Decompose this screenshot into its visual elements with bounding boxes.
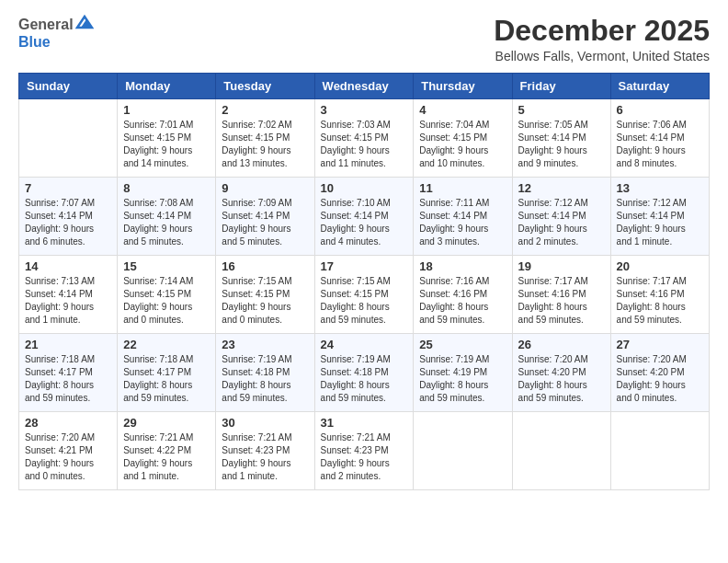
day-number: 11 (419, 181, 506, 195)
day-info: Sunrise: 7:21 AM Sunset: 4:23 PM Dayligh… (222, 431, 308, 483)
day-info: Sunrise: 7:12 AM Sunset: 4:14 PM Dayligh… (617, 197, 703, 248)
day-number: 26 (518, 338, 605, 351)
calendar-cell: 28Sunrise: 7:20 AM Sunset: 4:21 PM Dayli… (19, 412, 118, 490)
weekday-header-monday: Monday (118, 74, 216, 99)
weekday-header-tuesday: Tuesday (216, 74, 314, 99)
day-info: Sunrise: 7:01 AM Sunset: 4:15 PM Dayligh… (123, 119, 210, 170)
calendar-cell (610, 412, 709, 490)
day-number: 10 (321, 181, 408, 195)
calendar-cell: 21Sunrise: 7:18 AM Sunset: 4:17 PM Dayli… (19, 334, 118, 412)
calendar-cell (414, 412, 512, 490)
day-number: 4 (419, 103, 506, 117)
weekday-header-wednesday: Wednesday (314, 74, 414, 99)
day-number: 28 (25, 416, 111, 430)
calendar-week-row: 14Sunrise: 7:13 AM Sunset: 4:14 PM Dayli… (19, 256, 710, 334)
logo-general: General (18, 17, 74, 32)
day-number: 20 (617, 259, 703, 273)
day-number: 30 (222, 416, 308, 430)
day-number: 2 (222, 103, 308, 117)
title-block: December 2025 Bellows Falls, Vermont, Un… (494, 15, 710, 63)
day-info: Sunrise: 7:19 AM Sunset: 4:18 PM Dayligh… (222, 353, 308, 405)
calendar-cell: 12Sunrise: 7:12 AM Sunset: 4:14 PM Dayli… (512, 178, 610, 256)
day-info: Sunrise: 7:03 AM Sunset: 4:15 PM Dayligh… (321, 119, 408, 170)
weekday-header-row: SundayMondayTuesdayWednesdayThursdayFrid… (19, 74, 710, 99)
calendar-table: SundayMondayTuesdayWednesdayThursdayFrid… (18, 73, 710, 490)
day-number: 3 (321, 103, 408, 117)
calendar-cell: 7Sunrise: 7:07 AM Sunset: 4:14 PM Daylig… (19, 178, 118, 256)
calendar-cell: 5Sunrise: 7:05 AM Sunset: 4:14 PM Daylig… (512, 99, 610, 178)
calendar-cell: 14Sunrise: 7:13 AM Sunset: 4:14 PM Dayli… (19, 256, 118, 334)
day-info: Sunrise: 7:17 AM Sunset: 4:16 PM Dayligh… (518, 275, 605, 327)
month-title: December 2025 (494, 15, 710, 47)
day-info: Sunrise: 7:17 AM Sunset: 4:16 PM Dayligh… (617, 275, 703, 327)
logo-icon (75, 15, 94, 29)
calendar-cell: 8Sunrise: 7:08 AM Sunset: 4:14 PM Daylig… (118, 178, 216, 256)
calendar-cell: 16Sunrise: 7:15 AM Sunset: 4:15 PM Dayli… (216, 256, 314, 334)
calendar-cell: 15Sunrise: 7:14 AM Sunset: 4:15 PM Dayli… (118, 256, 216, 334)
day-info: Sunrise: 7:19 AM Sunset: 4:18 PM Dayligh… (321, 353, 408, 405)
calendar-cell: 11Sunrise: 7:11 AM Sunset: 4:14 PM Dayli… (414, 178, 512, 256)
calendar-cell (512, 412, 610, 490)
location: Bellows Falls, Vermont, United States (494, 49, 710, 63)
calendar-cell: 19Sunrise: 7:17 AM Sunset: 4:16 PM Dayli… (512, 256, 610, 334)
calendar-cell: 4Sunrise: 7:04 AM Sunset: 4:15 PM Daylig… (414, 99, 512, 178)
logo-blue: Blue (18, 34, 51, 50)
weekday-header-sunday: Sunday (19, 74, 118, 99)
day-number: 25 (419, 338, 506, 351)
calendar-week-row: 28Sunrise: 7:20 AM Sunset: 4:21 PM Dayli… (19, 412, 710, 490)
day-number: 15 (123, 259, 210, 273)
day-number: 14 (25, 259, 111, 273)
day-info: Sunrise: 7:12 AM Sunset: 4:14 PM Dayligh… (518, 197, 605, 248)
page-header: General Blue December 2025 Bellows Falls… (18, 15, 710, 63)
weekday-header-saturday: Saturday (610, 74, 709, 99)
day-info: Sunrise: 7:14 AM Sunset: 4:15 PM Dayligh… (123, 275, 210, 327)
calendar-cell: 1Sunrise: 7:01 AM Sunset: 4:15 PM Daylig… (118, 99, 216, 178)
day-info: Sunrise: 7:20 AM Sunset: 4:20 PM Dayligh… (617, 353, 703, 405)
day-info: Sunrise: 7:21 AM Sunset: 4:22 PM Dayligh… (123, 431, 210, 483)
day-info: Sunrise: 7:09 AM Sunset: 4:14 PM Dayligh… (222, 197, 308, 248)
day-number: 8 (123, 181, 210, 195)
calendar-cell: 23Sunrise: 7:19 AM Sunset: 4:18 PM Dayli… (216, 334, 314, 412)
calendar-cell: 27Sunrise: 7:20 AM Sunset: 4:20 PM Dayli… (610, 334, 709, 412)
day-info: Sunrise: 7:05 AM Sunset: 4:14 PM Dayligh… (518, 119, 605, 170)
day-info: Sunrise: 7:11 AM Sunset: 4:14 PM Dayligh… (419, 197, 506, 248)
day-number: 31 (321, 416, 408, 430)
day-number: 19 (518, 259, 605, 273)
day-number: 27 (617, 338, 703, 351)
day-number: 24 (321, 338, 408, 351)
day-info: Sunrise: 7:08 AM Sunset: 4:14 PM Dayligh… (123, 197, 210, 248)
day-number: 1 (123, 103, 210, 117)
day-number: 17 (321, 259, 408, 273)
calendar-cell: 9Sunrise: 7:09 AM Sunset: 4:14 PM Daylig… (216, 178, 314, 256)
day-info: Sunrise: 7:04 AM Sunset: 4:15 PM Dayligh… (419, 119, 506, 170)
day-number: 18 (419, 259, 506, 273)
calendar-week-row: 1Sunrise: 7:01 AM Sunset: 4:15 PM Daylig… (19, 99, 710, 178)
calendar-cell: 30Sunrise: 7:21 AM Sunset: 4:23 PM Dayli… (216, 412, 314, 490)
day-info: Sunrise: 7:21 AM Sunset: 4:23 PM Dayligh… (321, 431, 408, 483)
day-info: Sunrise: 7:20 AM Sunset: 4:21 PM Dayligh… (25, 431, 111, 483)
calendar-cell: 31Sunrise: 7:21 AM Sunset: 4:23 PM Dayli… (314, 412, 414, 490)
day-info: Sunrise: 7:19 AM Sunset: 4:19 PM Dayligh… (419, 353, 506, 405)
day-number: 6 (617, 103, 703, 117)
calendar-cell: 25Sunrise: 7:19 AM Sunset: 4:19 PM Dayli… (414, 334, 512, 412)
calendar-cell: 26Sunrise: 7:20 AM Sunset: 4:20 PM Dayli… (512, 334, 610, 412)
day-number: 29 (123, 416, 210, 430)
calendar-week-row: 21Sunrise: 7:18 AM Sunset: 4:17 PM Dayli… (19, 334, 710, 412)
calendar-week-row: 7Sunrise: 7:07 AM Sunset: 4:14 PM Daylig… (19, 178, 710, 256)
day-info: Sunrise: 7:15 AM Sunset: 4:15 PM Dayligh… (222, 275, 308, 327)
day-number: 12 (518, 181, 605, 195)
day-number: 7 (25, 181, 111, 195)
calendar-cell: 3Sunrise: 7:03 AM Sunset: 4:15 PM Daylig… (314, 99, 414, 178)
day-info: Sunrise: 7:02 AM Sunset: 4:15 PM Dayligh… (222, 119, 308, 170)
calendar-cell: 22Sunrise: 7:18 AM Sunset: 4:17 PM Dayli… (118, 334, 216, 412)
calendar-cell: 10Sunrise: 7:10 AM Sunset: 4:14 PM Dayli… (314, 178, 414, 256)
day-number: 9 (222, 181, 308, 195)
calendar-cell: 29Sunrise: 7:21 AM Sunset: 4:22 PM Dayli… (118, 412, 216, 490)
day-number: 16 (222, 259, 308, 273)
weekday-header-friday: Friday (512, 74, 610, 99)
day-number: 13 (617, 181, 703, 195)
day-info: Sunrise: 7:18 AM Sunset: 4:17 PM Dayligh… (123, 353, 210, 405)
day-number: 5 (518, 103, 605, 117)
day-number: 22 (123, 338, 210, 351)
day-info: Sunrise: 7:10 AM Sunset: 4:14 PM Dayligh… (321, 197, 408, 248)
